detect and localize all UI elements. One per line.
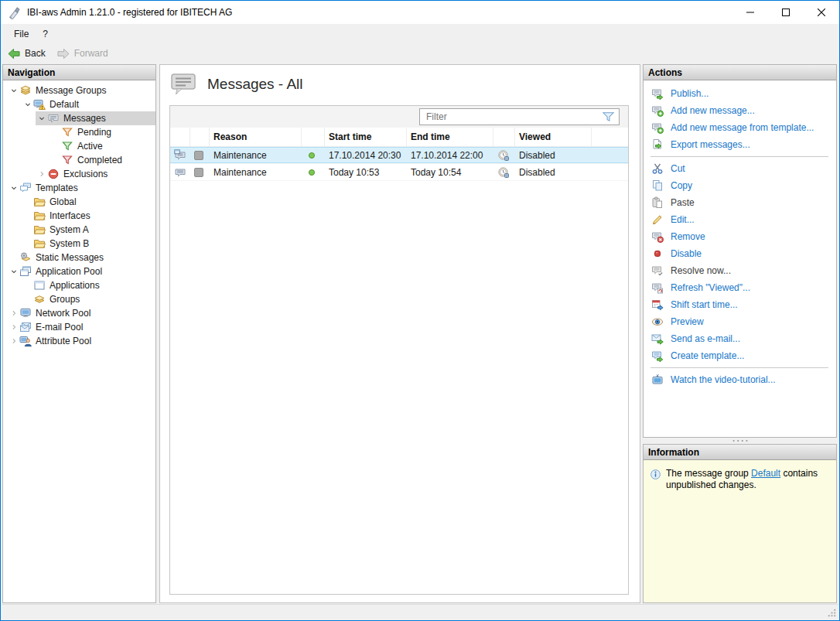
cell-spacer (592, 147, 628, 163)
tree-item-completed[interactable]: Completed (50, 153, 155, 167)
default-group-link[interactable]: Default (751, 468, 780, 479)
action-publish[interactable]: Publish... (644, 85, 836, 102)
menubar: File ? (1, 24, 839, 43)
filter-box (419, 108, 620, 125)
tree-item-message-groups[interactable]: Message Groups (8, 84, 155, 97)
folder-icon (33, 196, 46, 208)
window-controls (732, 1, 839, 24)
close-icon (818, 9, 825, 16)
filter-funnel-icon[interactable] (602, 111, 615, 122)
action-label: Remove (671, 231, 705, 242)
cell-start-time: 17.10.2014 20:30 (325, 147, 407, 163)
cell-status (302, 164, 325, 180)
chevron-right-icon[interactable] (8, 321, 19, 333)
messages-list: ReasonStart timeEnd timeViewed Maintenan… (169, 105, 629, 595)
chevron-down-icon[interactable] (8, 265, 19, 278)
cell-end-time: Today 10:54 (407, 164, 493, 180)
action-export-messages[interactable]: Export messages... (644, 136, 836, 153)
back-button[interactable]: Back (7, 48, 46, 60)
export-icon (651, 138, 664, 151)
action-paste[interactable]: Paste (644, 194, 836, 211)
menu-file[interactable]: File (7, 26, 36, 42)
titlebar: IBI-aws Admin 1.21.0 - registered for IB… (1, 1, 839, 24)
action-cut[interactable]: Cut (644, 160, 836, 177)
action-add-new-message-from-template[interactable]: Add new message from template... (644, 119, 836, 136)
attribute-pool-icon (19, 335, 32, 347)
tree-item-label: System B (50, 238, 95, 249)
resize-grip-icon[interactable] (827, 608, 837, 618)
action-refresh-viewed[interactable]: Refresh "Viewed"... (644, 279, 836, 296)
forward-button[interactable]: Forward (56, 48, 108, 60)
reason-text: Maintenance (213, 167, 267, 178)
chevron-down-icon[interactable] (8, 182, 19, 194)
chevron-down-icon[interactable] (8, 84, 19, 97)
message-row[interactable]: Maintenance17.10.2014 20:3017.10.2014 22… (170, 147, 628, 164)
tree-item-pending[interactable]: Pending (50, 125, 155, 139)
exclusions-icon (47, 168, 60, 180)
tree-item-system-b[interactable]: System B (22, 237, 155, 251)
column-header-end-time[interactable]: End time (407, 128, 493, 147)
column-header-viewed[interactable]: Viewed (515, 128, 592, 147)
action-shift-start-time[interactable]: Shift start time... (644, 296, 836, 313)
cell-type (170, 147, 190, 163)
message-groups-icon (19, 84, 32, 97)
action-label: Cut (671, 163, 685, 174)
chevron-right-icon[interactable] (8, 335, 19, 347)
tree-indent (22, 210, 33, 222)
action-preview[interactable]: Preview (644, 313, 836, 330)
action-add-new-message[interactable]: Add new message... (644, 102, 836, 119)
funnel-green-icon (61, 140, 73, 152)
network-pool-icon (19, 307, 32, 319)
navigation-panel: Navigation Message GroupsDefaultMessages… (2, 64, 156, 603)
funnel-orange-icon (61, 126, 73, 138)
tree-item-active[interactable]: Active (50, 139, 155, 153)
action-copy[interactable]: Copy (644, 177, 836, 194)
color-swatch (194, 151, 203, 160)
column-header-start-time[interactable]: Start time (325, 128, 407, 147)
minimize-button[interactable] (732, 1, 768, 24)
tree-item-templates[interactable]: Templates (8, 181, 155, 195)
tree-item-messages[interactable]: Messages (36, 111, 155, 125)
chevron-down-icon[interactable] (36, 112, 47, 125)
chevron-right-icon[interactable] (8, 307, 19, 319)
tree-item-exclusions[interactable]: Exclusions (36, 167, 155, 181)
filter-input[interactable] (420, 111, 602, 122)
tree-item-groups[interactable]: Groups (22, 292, 155, 306)
maximize-button[interactable] (768, 1, 804, 24)
action-watch-the-video-tutorial[interactable]: Watch the video-tutorial... (644, 371, 836, 388)
column-header-reason[interactable]: Reason (210, 128, 302, 147)
tree-item-default[interactable]: Default (22, 97, 155, 111)
tree-item-application-pool[interactable]: Application Pool (8, 264, 155, 278)
action-disable[interactable]: Disable (644, 245, 836, 262)
menu-help[interactable]: ? (36, 26, 55, 42)
action-remove[interactable]: Remove (644, 228, 836, 245)
cell-spacer (592, 164, 628, 180)
folder-icon (33, 223, 46, 236)
action-edit[interactable]: Edit... (644, 211, 836, 228)
close-button[interactable] (804, 1, 839, 24)
chevron-right-icon[interactable] (36, 168, 47, 180)
action-create-template[interactable]: Create template... (644, 347, 836, 364)
tree-item-e-mail-pool[interactable]: E-mail Pool (8, 320, 155, 334)
forward-label: Forward (74, 48, 108, 59)
actions-panel: Actions Publish...Add new message...Add … (643, 64, 837, 438)
page-title: Messages - All (207, 76, 303, 93)
messages-bubble-icon (170, 73, 196, 96)
viewed-clock-icon (497, 166, 510, 179)
panel-splitter[interactable] (643, 438, 837, 444)
action-label: Refresh "Viewed"... (671, 282, 750, 293)
messages-icon (47, 112, 60, 125)
message-row[interactable]: MaintenanceToday 10:53Today 10:54Disable… (170, 164, 628, 181)
action-resolve-now[interactable]: Resolve now... (644, 262, 836, 279)
action-send-as-e-mail[interactable]: Send as e-mail... (644, 330, 836, 347)
tree-item-system-a[interactable]: System A (22, 223, 155, 237)
tree-item-attribute-pool[interactable]: Attribute Pool (8, 334, 155, 348)
tree-item-global[interactable]: Global (22, 195, 155, 209)
tree-item-applications[interactable]: Applications (22, 278, 155, 292)
column-header-empty (592, 128, 628, 147)
tree-item-network-pool[interactable]: Network Pool (8, 306, 155, 320)
tree-item-static-messages[interactable]: Static Messages (8, 251, 155, 264)
tree-item-interfaces[interactable]: Interfaces (22, 209, 155, 223)
chevron-down-icon[interactable] (22, 98, 33, 111)
page-title-row: Messages - All (170, 73, 303, 96)
